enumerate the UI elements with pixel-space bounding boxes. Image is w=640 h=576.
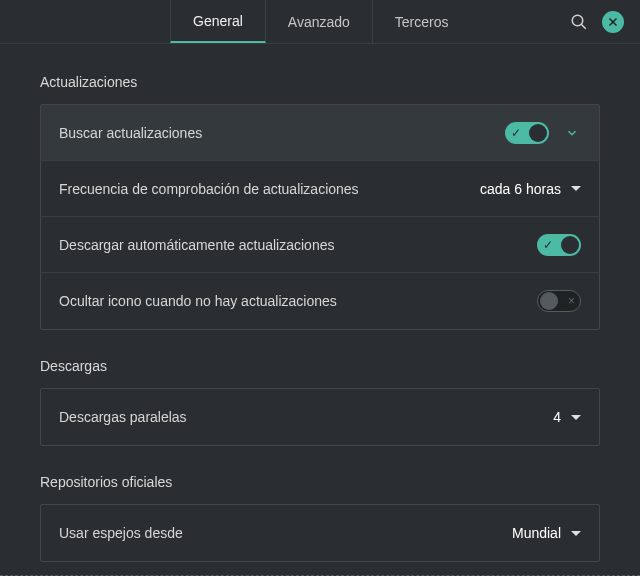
tab-strip: General Avanzado Terceros <box>170 0 471 43</box>
toggle-auto-download[interactable]: ✓ <box>537 234 581 256</box>
tab-general[interactable]: General <box>170 0 266 43</box>
settings-content: Actualizaciones Buscar actualizaciones ✓… <box>0 44 640 576</box>
toggle-knob <box>561 236 579 254</box>
downloads-panel: Descargas paralelas 4 <box>40 388 600 446</box>
tab-label: Avanzado <box>288 14 350 30</box>
tab-third-party[interactable]: Terceros <box>373 0 471 43</box>
updates-panel: Buscar actualizaciones ✓ Frecuencia de c… <box>40 104 600 330</box>
toggle-hide-icon[interactable]: × <box>537 290 581 312</box>
row-hide-icon: Ocultar icono cuando no hay actualizacio… <box>41 273 599 329</box>
tab-advanced[interactable]: Avanzado <box>266 0 373 43</box>
row-label: Usar espejos desde <box>59 525 512 541</box>
row-label: Descargar automáticamente actualizacione… <box>59 237 537 253</box>
toggle-check-updates[interactable]: ✓ <box>505 122 549 144</box>
toggle-knob <box>529 124 547 142</box>
top-bar: General Avanzado Terceros <box>0 0 640 44</box>
row-controls: ✓ <box>505 122 581 144</box>
parallel-downloads-dropdown[interactable]: 4 <box>553 409 581 425</box>
section-title-repos: Repositorios oficiales <box>40 474 600 490</box>
tab-label: General <box>193 13 243 29</box>
check-icon: ✓ <box>511 127 521 139</box>
row-auto-download: Descargar automáticamente actualizacione… <box>41 217 599 273</box>
repos-panel: Usar espejos desde Mundial <box>40 504 600 562</box>
svg-point-0 <box>572 15 583 26</box>
frequency-dropdown[interactable]: cada 6 horas <box>480 181 581 197</box>
dropdown-value: Mundial <box>512 525 561 541</box>
close-icon[interactable] <box>602 11 624 33</box>
tab-label: Terceros <box>395 14 449 30</box>
svg-line-1 <box>581 24 586 29</box>
row-label: Buscar actualizaciones <box>59 125 505 141</box>
row-label: Frecuencia de comprobación de actualizac… <box>59 181 480 197</box>
caret-down-icon <box>571 415 581 420</box>
check-icon: ✓ <box>543 239 553 251</box>
row-parallel-downloads: Descargas paralelas 4 <box>41 389 599 445</box>
dropdown-value: 4 <box>553 409 561 425</box>
search-icon[interactable] <box>568 11 590 33</box>
row-mirrors: Usar espejos desde Mundial <box>41 505 599 561</box>
chevron-down-icon[interactable] <box>563 124 581 142</box>
row-label: Descargas paralelas <box>59 409 553 425</box>
row-frequency: Frecuencia de comprobación de actualizac… <box>41 161 599 217</box>
row-check-updates: Buscar actualizaciones ✓ <box>41 105 599 161</box>
caret-down-icon <box>571 186 581 191</box>
toggle-knob <box>540 292 558 310</box>
section-title-updates: Actualizaciones <box>40 74 600 90</box>
row-label: Ocultar icono cuando no hay actualizacio… <box>59 293 537 309</box>
mirrors-dropdown[interactable]: Mundial <box>512 525 581 541</box>
section-title-downloads: Descargas <box>40 358 600 374</box>
dropdown-value: cada 6 horas <box>480 181 561 197</box>
topbar-actions <box>568 0 628 43</box>
caret-down-icon <box>571 531 581 536</box>
cross-icon: × <box>568 295 575 307</box>
